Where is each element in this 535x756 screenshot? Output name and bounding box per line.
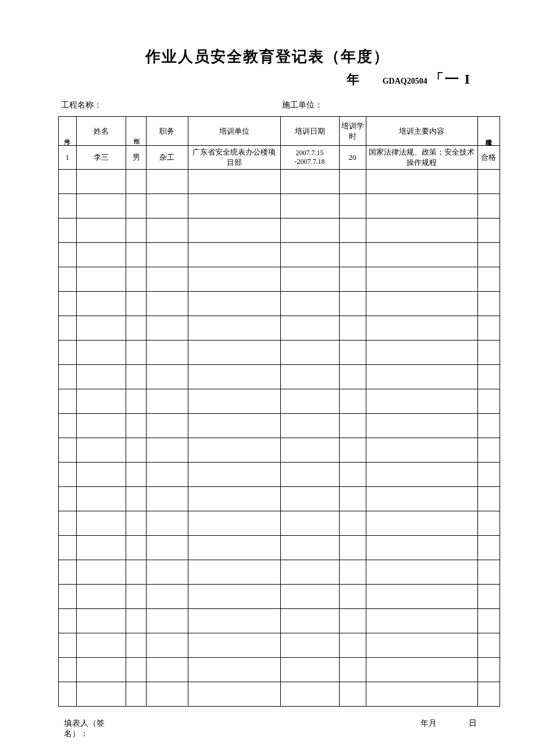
empty-cell: [147, 316, 188, 341]
empty-cell: [76, 243, 126, 267]
empty-cell: [280, 463, 339, 487]
empty-cell: [339, 682, 366, 707]
empty-cell: [339, 609, 366, 633]
empty-cell: [280, 609, 339, 633]
header-result: 考核成绩: [477, 117, 500, 146]
empty-cell: [188, 194, 280, 218]
empty-cell: [147, 389, 188, 414]
footer-row: 填表人（签名）： 年月 日: [35, 718, 500, 739]
empty-cell: [76, 585, 126, 609]
empty-cell: [188, 536, 280, 560]
empty-cell: [366, 658, 477, 682]
empty-cell: [280, 414, 339, 438]
cell-seq: 1: [59, 146, 77, 170]
cell-result: 合格: [477, 146, 500, 170]
empty-cell: [59, 218, 77, 243]
empty-cell: [59, 316, 77, 341]
empty-cell: [76, 292, 126, 316]
empty-cell: [188, 218, 280, 243]
empty-cell: [366, 463, 477, 487]
empty-cell: [188, 243, 280, 267]
empty-cell: [147, 585, 188, 609]
empty-cell: [76, 389, 126, 414]
empty-cell: [126, 536, 147, 560]
empty-cell: [366, 389, 477, 414]
empty-cell: [366, 292, 477, 316]
empty-cell: [76, 218, 126, 243]
empty-cell: [59, 341, 77, 365]
empty-cell: [339, 292, 366, 316]
empty-cell: [126, 487, 147, 511]
empty-cell: [280, 292, 339, 316]
empty-cell: [477, 389, 500, 414]
empty-cell: [59, 658, 77, 682]
empty-cell: [126, 414, 147, 438]
empty-cell: [339, 536, 366, 560]
table-row: [59, 316, 500, 341]
empty-cell: [147, 609, 188, 633]
empty-cell: [280, 389, 339, 414]
footer-year-month: 年月: [420, 718, 437, 739]
cell-content: 国家法律法规、政策；安全技术操作规程: [366, 146, 477, 170]
header-seq: 序号: [59, 117, 77, 146]
empty-cell: [126, 658, 147, 682]
empty-cell: [188, 609, 280, 633]
empty-cell: [339, 585, 366, 609]
table-row: [59, 218, 500, 243]
empty-cell: [188, 414, 280, 438]
empty-cell: [366, 487, 477, 511]
empty-cell: [477, 511, 500, 536]
empty-cell: [126, 365, 147, 389]
empty-cell: [147, 414, 188, 438]
empty-cell: [59, 243, 77, 267]
table-row: [59, 438, 500, 463]
table-row: [59, 511, 500, 536]
registration-table: 序号 姓名 性别 职务 培训单位 培训日期 培训学时 培训主要内容 考核成绩 1…: [58, 116, 500, 707]
empty-cell: [147, 511, 188, 536]
empty-cell: [477, 487, 500, 511]
empty-cell: [477, 585, 500, 609]
empty-cell: [477, 316, 500, 341]
empty-cell: [477, 170, 500, 194]
empty-cell: [147, 292, 188, 316]
empty-cell: [339, 316, 366, 341]
empty-cell: [339, 218, 366, 243]
cell-name: 李三: [76, 146, 126, 170]
empty-cell: [147, 194, 188, 218]
empty-cell: [280, 316, 339, 341]
empty-cell: [339, 487, 366, 511]
empty-cell: [126, 438, 147, 463]
empty-cell: [188, 316, 280, 341]
empty-cell: [147, 560, 188, 585]
empty-cell: [76, 658, 126, 682]
empty-cell: [339, 170, 366, 194]
empty-cell: [339, 243, 366, 267]
empty-cell: [188, 585, 280, 609]
empty-cell: [366, 438, 477, 463]
empty-cell: [188, 487, 280, 511]
empty-cell: [339, 658, 366, 682]
empty-cell: [339, 414, 366, 438]
empty-cell: [76, 414, 126, 438]
empty-cell: [188, 365, 280, 389]
empty-cell: [280, 585, 339, 609]
empty-cell: [147, 341, 188, 365]
empty-cell: [147, 536, 188, 560]
cell-hours: 20: [339, 146, 366, 170]
empty-cell: [76, 365, 126, 389]
empty-cell: [339, 438, 366, 463]
empty-cell: [188, 682, 280, 707]
empty-cell: [188, 170, 280, 194]
empty-cell: [126, 316, 147, 341]
empty-cell: [147, 487, 188, 511]
empty-cell: [59, 609, 77, 633]
empty-cell: [188, 560, 280, 585]
empty-cell: [126, 194, 147, 218]
empty-cell: [280, 511, 339, 536]
empty-cell: [76, 511, 126, 536]
empty-cell: [188, 292, 280, 316]
empty-cell: [147, 658, 188, 682]
year-label: 年: [347, 71, 359, 88]
empty-cell: [339, 463, 366, 487]
empty-cell: [280, 536, 339, 560]
